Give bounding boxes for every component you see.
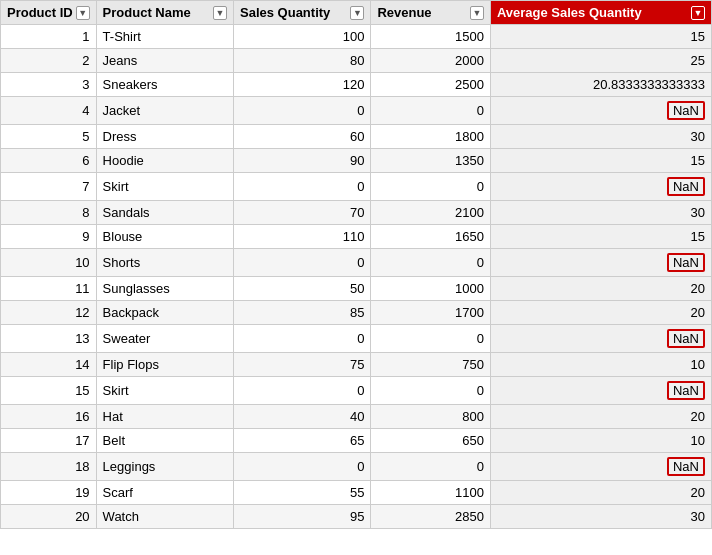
cell-avg: 25 [490,49,711,73]
cell-id: 19 [1,481,97,505]
cell-avg: 30 [490,505,711,529]
cell-name: Sweater [96,325,233,353]
cell-name: Hat [96,405,233,429]
cell-avg: NaN [490,325,711,353]
nan-badge: NaN [667,101,705,120]
cell-avg: 10 [490,353,711,377]
cell-id: 6 [1,149,97,173]
column-header-id[interactable]: Product ID▼ [1,1,97,25]
nan-badge: NaN [667,253,705,272]
cell-sales: 0 [234,249,371,277]
cell-avg: 20 [490,277,711,301]
cell-revenue: 0 [371,377,490,405]
column-header-avg[interactable]: Average Sales Quantity▼ [490,1,711,25]
nan-badge: NaN [667,177,705,196]
table-row: 15Skirt00NaN [1,377,712,405]
table-row: 3Sneakers120250020.8333333333333 [1,73,712,97]
column-label-id: Product ID [7,5,73,20]
column-label-name: Product Name [103,5,191,20]
cell-id: 20 [1,505,97,529]
cell-sales: 0 [234,325,371,353]
filter-icon-sales[interactable]: ▼ [350,6,364,20]
table-row: 5Dress60180030 [1,125,712,149]
column-label-sales: Sales Quantity [240,5,330,20]
cell-avg: NaN [490,453,711,481]
cell-name: Shorts [96,249,233,277]
cell-id: 1 [1,25,97,49]
cell-name: Backpack [96,301,233,325]
cell-sales: 100 [234,25,371,49]
cell-revenue: 0 [371,249,490,277]
cell-name: Jeans [96,49,233,73]
cell-sales: 70 [234,201,371,225]
cell-avg: 20 [490,405,711,429]
cell-name: Blouse [96,225,233,249]
cell-avg: 20 [490,301,711,325]
cell-sales: 120 [234,73,371,97]
filter-icon-id[interactable]: ▼ [76,6,90,20]
cell-revenue: 1650 [371,225,490,249]
table-row: 20Watch95285030 [1,505,712,529]
cell-sales: 110 [234,225,371,249]
cell-sales: 0 [234,377,371,405]
cell-name: Hoodie [96,149,233,173]
cell-sales: 0 [234,453,371,481]
table-row: 14Flip Flops7575010 [1,353,712,377]
cell-avg: 15 [490,225,711,249]
table-row: 16Hat4080020 [1,405,712,429]
cell-avg: 30 [490,201,711,225]
filter-icon-revenue[interactable]: ▼ [470,6,484,20]
cell-sales: 55 [234,481,371,505]
cell-sales: 90 [234,149,371,173]
cell-revenue: 2850 [371,505,490,529]
cell-revenue: 0 [371,453,490,481]
cell-avg: 20 [490,481,711,505]
cell-avg: NaN [490,97,711,125]
cell-name: Leggings [96,453,233,481]
column-header-name[interactable]: Product Name▼ [96,1,233,25]
cell-sales: 65 [234,429,371,453]
table-row: 18Leggings00NaN [1,453,712,481]
cell-avg: 20.8333333333333 [490,73,711,97]
cell-revenue: 1700 [371,301,490,325]
filter-icon-avg[interactable]: ▼ [691,6,705,20]
cell-name: Flip Flops [96,353,233,377]
column-header-sales[interactable]: Sales Quantity▼ [234,1,371,25]
cell-revenue: 750 [371,353,490,377]
cell-avg: NaN [490,377,711,405]
cell-id: 18 [1,453,97,481]
cell-name: Sandals [96,201,233,225]
cell-sales: 75 [234,353,371,377]
cell-revenue: 800 [371,405,490,429]
table-row: 17Belt6565010 [1,429,712,453]
cell-avg: 15 [490,25,711,49]
cell-revenue: 1000 [371,277,490,301]
cell-name: Sunglasses [96,277,233,301]
cell-revenue: 0 [371,97,490,125]
cell-sales: 0 [234,173,371,201]
cell-avg: 10 [490,429,711,453]
column-header-revenue[interactable]: Revenue▼ [371,1,490,25]
table-row: 10Shorts00NaN [1,249,712,277]
table-row: 6Hoodie90135015 [1,149,712,173]
column-label-avg: Average Sales Quantity [497,5,642,20]
data-table: Product ID▼Product Name▼Sales Quantity▼R… [0,0,712,529]
nan-badge: NaN [667,457,705,476]
column-label-revenue: Revenue [377,5,431,20]
cell-id: 5 [1,125,97,149]
cell-revenue: 1800 [371,125,490,149]
cell-revenue: 650 [371,429,490,453]
cell-revenue: 1500 [371,25,490,49]
cell-sales: 0 [234,97,371,125]
filter-icon-name[interactable]: ▼ [213,6,227,20]
cell-name: T-Shirt [96,25,233,49]
cell-name: Jacket [96,97,233,125]
table-row: 19Scarf55110020 [1,481,712,505]
table-row: 4Jacket00NaN [1,97,712,125]
cell-avg: 15 [490,149,711,173]
cell-id: 11 [1,277,97,301]
cell-avg: 30 [490,125,711,149]
cell-id: 3 [1,73,97,97]
table-row: 2Jeans80200025 [1,49,712,73]
cell-sales: 40 [234,405,371,429]
